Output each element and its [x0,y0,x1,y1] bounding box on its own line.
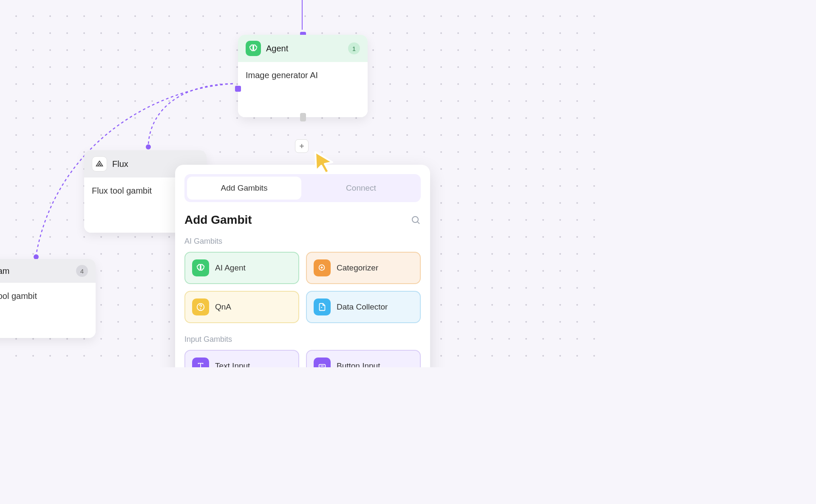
panel-title: Add Gambit [184,213,252,227]
input-gambits-grid: Text Input Button Input [184,350,421,367]
tab-add-gambits[interactable]: Add Gambits [187,177,301,200]
brain-icon [246,41,261,56]
flux-icon [92,156,107,172]
card-text-input[interactable]: Text Input [184,350,299,367]
section-label-ai: AI Gambits [184,237,421,246]
svg-point-8 [201,309,201,309]
card-ai-agent[interactable]: AI Agent [184,252,299,284]
card-data-collector[interactable]: Data Collector [306,291,421,323]
brain-icon [192,259,209,276]
card-qna[interactable]: QnA [184,291,299,323]
card-categorizer[interactable]: Categorizer [306,252,421,284]
card-label: AI Agent [215,263,246,273]
add-node-button[interactable] [295,139,309,153]
node-count-badge: 1 [348,42,360,54]
tab-connect[interactable]: Connect [304,177,418,200]
card-label: QnA [215,302,231,312]
panel-title-row: Add Gambit [184,213,421,227]
connector-line-top [302,0,303,30]
handle-bottom[interactable] [300,113,306,121]
svg-line-3 [418,222,419,224]
card-label: Data Collector [337,302,388,312]
question-icon [192,298,209,315]
card-label: Categorizer [337,263,378,273]
node-header: Agent 1 [238,35,368,62]
node-title: Flux [112,159,128,169]
text-icon [192,358,209,367]
file-icon [314,298,331,315]
node-body: gram tool gambit [0,283,96,338]
panel-tabs: Add Gambits Connect [184,174,421,202]
ai-gambits-grid: AI Agent Categorizer QnA Data Collector [184,252,421,323]
section-label-input: Input Gambits [184,335,421,344]
node-title: Ideogram [0,266,10,276]
connector-dot [146,144,151,149]
node-header: Ideogram 4 [0,259,96,283]
svg-point-2 [412,217,418,222]
node-body: Image generator AI [238,62,368,117]
add-gambit-panel: Add Gambits Connect Add Gambit AI Gambit… [175,165,430,367]
node-ideogram[interactable]: Ideogram 4 gram tool gambit [0,259,96,338]
categorize-icon [314,259,331,276]
button-icon [314,358,331,367]
node-agent[interactable]: Agent 1 Image generator AI [238,35,368,117]
node-count-badge: 4 [76,265,88,277]
card-button-input[interactable]: Button Input [306,350,421,367]
card-label: Text Input [215,361,250,367]
cursor-pointer-icon [310,149,333,172]
node-title: Agent [266,44,288,53]
handle-left[interactable] [235,86,241,92]
search-icon[interactable] [411,215,421,225]
card-label: Button Input [337,361,380,367]
